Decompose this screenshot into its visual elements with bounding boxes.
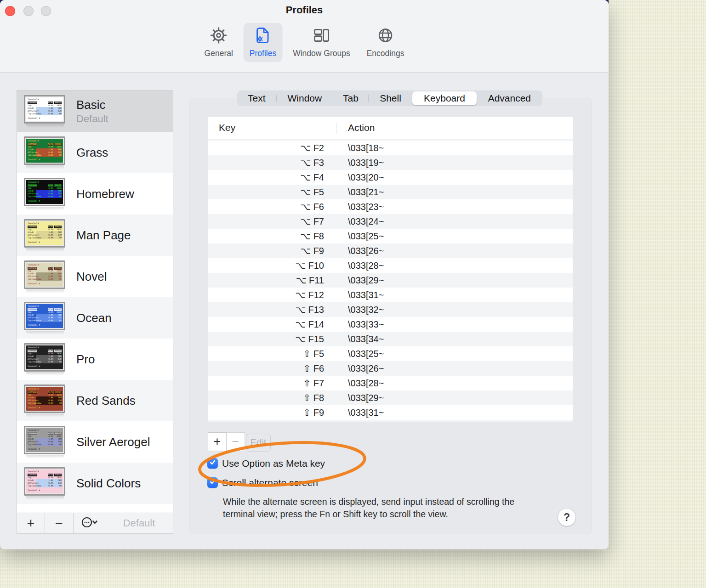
profile-name: Red Sands	[76, 394, 136, 407]
use-option-as-meta-checkbox[interactable]	[207, 458, 218, 469]
keymap-row[interactable]: ⇧ F5\033[25~	[208, 346, 573, 361]
preview-title-line: Terminal#	[28, 429, 62, 432]
tab-keyboard[interactable]: Keyboard	[412, 91, 476, 105]
profile-row-red-sands[interactable]: Terminal#COMMAND%CPURPRVTtop4.1%231KXcod…	[17, 380, 173, 421]
preview-process-line: loginwindow0.0%4M	[28, 443, 62, 446]
scroll-alternate-screen-label[interactable]: Scroll alternate screen	[222, 477, 318, 488]
tab-window[interactable]: Window	[277, 90, 333, 106]
keymap-row[interactable]: ⌥ F7\033[24~	[208, 214, 573, 229]
profile-row-grass[interactable]: Terminal#COMMAND%CPURPRVTtop4.1%231KXcod…	[17, 132, 173, 173]
profile-list: Terminal#COMMAND%CPURPRVTtop4.1%231KXcod…	[17, 90, 173, 513]
preview-title-line: Terminal#	[28, 264, 62, 266]
preferences-toolbar: GeneralProfilesWindow GroupsEncodings	[199, 23, 410, 62]
process-name: loginwindow	[28, 154, 46, 157]
edit-keymap-button[interactable]: Edit	[246, 434, 271, 452]
action-cell: \033[20~	[336, 170, 573, 185]
profile-row-solid-colors[interactable]: Terminal#COMMAND%CPURPRVTtop4.1%231KXcod…	[17, 463, 173, 504]
profile-row-homebrew[interactable]: Terminal#COMMAND%CPURPRVTtop4.1%231KXcod…	[17, 173, 173, 215]
thumbnail-reflection	[26, 124, 64, 128]
profile-name: Grass	[76, 146, 108, 159]
toolbar-item-window-groups[interactable]: Window Groups	[287, 23, 356, 62]
terminal-preview-content: Terminal#COMMAND%CPURPRVTtop4.1%231KXcod…	[26, 387, 63, 411]
profile-name: Pro	[76, 352, 95, 366]
remove-keymap-button[interactable]: −	[226, 432, 245, 451]
tab-text[interactable]: Text	[237, 90, 276, 106]
window-groups-icon	[312, 26, 330, 46]
keymap-row[interactable]: ⌥ F15\033[34~	[208, 332, 573, 346]
keymap-row[interactable]: ⌥ F4\033[20~	[208, 170, 573, 185]
remove-profile-button[interactable]: −	[45, 513, 74, 533]
keymap-row[interactable]: ⇧ F8\033[29~	[208, 390, 573, 405]
profile-thumbnail: Terminal#COMMAND%CPURPRVTtop4.1%231KXcod…	[24, 302, 66, 334]
process-mem: 4M	[53, 485, 62, 487]
tab-tab[interactable]: Tab	[333, 90, 368, 106]
terminal-preview-pro: Terminal#COMMAND%CPURPRVTtop4.1%231KXcod…	[24, 343, 65, 372]
key-cell: ⇧ F5	[208, 346, 336, 361]
keymap-row[interactable]: ⇧ F7\033[28~	[208, 376, 573, 390]
sidebar-footer: + − Default	[17, 513, 173, 533]
profile-row-novel[interactable]: Terminal#COMMAND%CPURPRVTtop4.1%231KXcod…	[17, 256, 173, 297]
process-mem: 4M	[53, 154, 62, 157]
keymap-row[interactable]: ⌥ F2\033[18~	[208, 141, 573, 155]
terminal-preview-content: Terminal#COMMAND%CPURPRVTtop4.1%231KXcod…	[26, 139, 63, 163]
keymap-row[interactable]: ⇧ F6\033[26~	[208, 361, 573, 376]
toolbar-item-encodings[interactable]: Encodings	[361, 23, 410, 62]
profile-row-ocean[interactable]: Terminal#COMMAND%CPURPRVTtop4.1%231KXcod…	[17, 297, 173, 339]
profile-name: Novel	[76, 270, 107, 283]
preview-prompt-line: Terminal #	[28, 489, 62, 492]
use-option-as-meta-label[interactable]: Use Option as Meta key	[222, 458, 325, 469]
help-button[interactable]: ?	[558, 509, 575, 526]
key-cell: ⌥ F4	[208, 170, 336, 185]
keymap-row[interactable]: ⌥ F5\033[21~	[208, 185, 573, 199]
profile-name: Man Page	[76, 228, 131, 242]
profile-row-man-page[interactable]: Terminal#COMMAND%CPURPRVTtop4.1%231KXcod…	[17, 215, 173, 256]
process-cpu: 0.0%	[46, 237, 53, 239]
add-keymap-button[interactable]: +	[208, 432, 227, 451]
default-button[interactable]: Default	[105, 513, 173, 533]
profile-actions-menu-button[interactable]	[74, 513, 105, 533]
process-name: loginwindow	[28, 443, 46, 446]
tab-advanced[interactable]: Advanced	[477, 90, 542, 106]
key-cell: ⌥ F8	[208, 229, 336, 243]
keymap-row[interactable]: ⌥ F9\033[26~	[208, 243, 573, 258]
profile-row-basic[interactable]: Terminal#COMMAND%CPURPRVTtop4.1%231KXcod…	[17, 90, 173, 132]
keymap-row[interactable]: ⌥ F10\033[28~	[208, 258, 573, 273]
key-cell: ⌥ F2	[208, 141, 336, 155]
terminal-preview-ocean: Terminal#COMMAND%CPURPRVTtop4.1%231KXcod…	[24, 302, 65, 330]
keymap-row[interactable]: ⌥ F14\033[33~	[208, 317, 573, 332]
scroll-alternate-screen-checkbox[interactable]	[207, 477, 218, 488]
terminal-preview-content: Terminal#COMMAND%CPURPRVTtop4.1%231KXcod…	[26, 97, 63, 121]
keymap-row[interactable]: ⇧ F9\033[31~	[208, 405, 573, 420]
thumbnail-reflection	[26, 455, 64, 458]
process-mem: 4M	[53, 113, 62, 115]
profile-row-silver-aerogel[interactable]: Terminal#COMMAND%CPURPRVTtop4.1%231KXcod…	[17, 421, 173, 463]
add-profile-button[interactable]: +	[17, 513, 45, 533]
action-cell: \033[26~	[336, 243, 573, 258]
profile-labels: Novel	[76, 270, 107, 283]
column-divider	[336, 123, 336, 134]
process-cpu: 0.0%	[46, 402, 53, 405]
action-cell: \033[28~	[336, 376, 573, 390]
keymap-row[interactable]: ⌥ F12\033[31~	[208, 288, 573, 302]
terminal-preview-content: Terminal#COMMAND%CPURPRVTtop4.1%231KXcod…	[26, 304, 63, 328]
globe-icon	[376, 26, 395, 46]
terminal-preview-man-page: Terminal#COMMAND%CPURPRVTtop4.1%231KXcod…	[24, 219, 65, 248]
toolbar-item-general[interactable]: General	[199, 23, 239, 62]
process-mem: 4M	[53, 278, 62, 281]
keymap-row[interactable]: ⌥ F11\033[29~	[208, 273, 573, 288]
keymap-row[interactable]: ⌥ F6\033[23~	[208, 199, 573, 214]
preview-prompt-line: Terminal #	[28, 283, 62, 285]
process-name: loginwindow	[28, 237, 46, 239]
action-cell: \033[31~	[336, 288, 573, 302]
terminal-preview-silver-aerogel: Terminal#COMMAND%CPURPRVTtop4.1%231KXcod…	[24, 426, 65, 454]
keymap-row[interactable]: ⌥ F13\033[32~	[208, 302, 573, 317]
keymap-row[interactable]: ⌥ F8\033[25~	[208, 229, 573, 243]
profile-row-pro[interactable]: Terminal#COMMAND%CPURPRVTtop4.1%231KXcod…	[17, 339, 173, 380]
keymap-row[interactable]: ⌥ F3\033[19~	[208, 155, 573, 170]
titlebar: Profiles GeneralProfilesWindow GroupsEnc…	[0, 0, 609, 73]
action-cell: \033[33~	[336, 317, 573, 332]
tab-shell[interactable]: Shell	[369, 90, 413, 106]
preview-title-line: Terminal#	[28, 98, 62, 101]
toolbar-item-profiles[interactable]: Profiles	[244, 23, 282, 62]
terminal-preview-basic: Terminal#COMMAND%CPURPRVTtop4.1%231KXcod…	[24, 95, 65, 124]
